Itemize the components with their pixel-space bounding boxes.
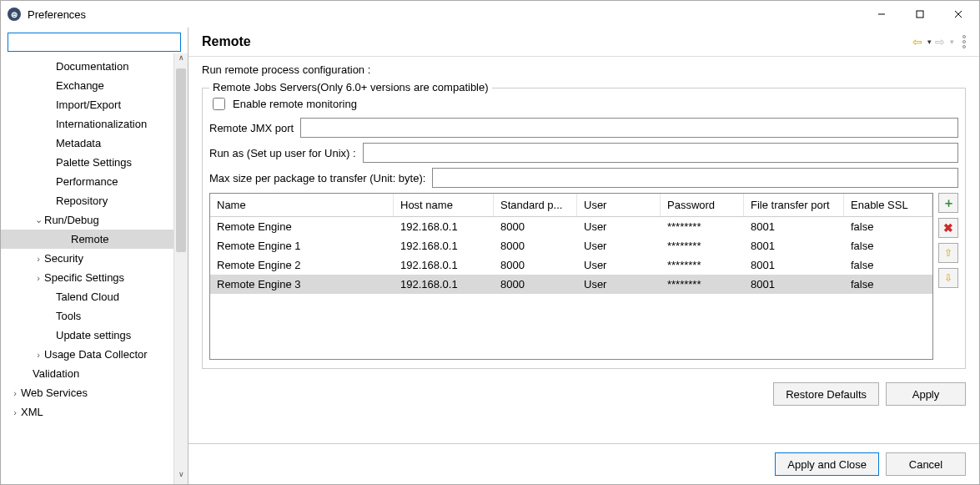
table-cell: ********: [661, 236, 744, 255]
table-cell: Remote Engine 1: [210, 236, 394, 255]
table-cell: ********: [661, 255, 744, 275]
delete-row-button[interactable]: ✖: [938, 218, 958, 238]
table-cell: Remote Engine 2: [210, 255, 394, 275]
table-cell: User: [577, 217, 661, 236]
column-header[interactable]: Name: [210, 194, 394, 216]
tree-item[interactable]: Repository: [1, 191, 173, 210]
tree-item-label: Usage Data Collector: [44, 348, 148, 361]
apply-button[interactable]: Apply: [886, 382, 966, 406]
table-cell: 8001: [744, 255, 844, 275]
table-row[interactable]: Remote Engine 2192.168.0.18000User******…: [210, 255, 932, 275]
table-cell: 8000: [494, 217, 577, 236]
svg-rect-1: [917, 11, 923, 18]
servers-table[interactable]: NameHost nameStandard p...UserPasswordFi…: [209, 193, 933, 360]
runas-input[interactable]: [363, 143, 958, 163]
page-title: Remote: [202, 34, 912, 49]
maxsize-input[interactable]: [432, 168, 958, 188]
apply-and-close-button[interactable]: Apply and Close: [775, 452, 879, 476]
tree-item-label: Update settings: [56, 329, 131, 341]
tree-item[interactable]: Talend Cloud: [1, 287, 173, 306]
column-header[interactable]: Enable SSL: [844, 194, 932, 216]
minimize-button[interactable]: [862, 2, 901, 27]
tree-item[interactable]: ›Specific Settings: [1, 268, 173, 287]
tree-item-label: Remote: [71, 233, 109, 245]
config-section-label: Run remote process configuration :: [202, 63, 966, 76]
chevron-right-icon[interactable]: ›: [33, 350, 44, 360]
enable-monitoring-checkbox[interactable]: [213, 98, 225, 110]
column-header[interactable]: Host name: [394, 194, 494, 216]
table-cell: ********: [661, 217, 744, 236]
table-cell: User: [577, 255, 661, 275]
tree-item[interactable]: Performance: [1, 172, 173, 191]
tree-item[interactable]: Exchange: [1, 76, 173, 95]
table-cell: 192.168.0.1: [394, 255, 494, 275]
nav-back-menu-icon[interactable]: ▾: [927, 38, 932, 46]
tree-item[interactable]: Internationalization: [1, 114, 173, 134]
chevron-right-icon[interactable]: ›: [9, 388, 21, 398]
tree-item[interactable]: Tools: [1, 306, 173, 326]
table-cell: 8001: [744, 217, 844, 236]
maximize-button[interactable]: [901, 2, 939, 27]
column-header[interactable]: Password: [661, 194, 744, 216]
table-cell: 192.168.0.1: [394, 275, 494, 294]
tree-item-label: Validation: [33, 367, 79, 380]
cancel-button[interactable]: Cancel: [886, 452, 966, 476]
tree-item[interactable]: Import/Export: [1, 95, 173, 114]
column-header[interactable]: File transfer port: [744, 194, 844, 216]
table-cell: 8000: [494, 275, 577, 294]
tree-item[interactable]: ›Security: [1, 249, 173, 268]
table-cell: 192.168.0.1: [394, 217, 494, 236]
tree-item[interactable]: Validation: [1, 364, 173, 383]
table-cell: false: [844, 217, 932, 236]
scroll-down-icon[interactable]: ∨: [174, 470, 188, 484]
table-cell: 8001: [744, 275, 844, 294]
move-down-button[interactable]: ⇩: [938, 268, 958, 288]
close-button[interactable]: [939, 2, 977, 27]
tree-item-label: Palette Settings: [56, 156, 132, 169]
column-header[interactable]: Standard p...: [494, 194, 577, 216]
view-menu-icon[interactable]: [962, 35, 966, 48]
add-row-button[interactable]: ＋: [938, 193, 958, 213]
tree-item[interactable]: Metadata: [1, 134, 173, 153]
chevron-down-icon[interactable]: ⌄: [33, 215, 44, 225]
table-row[interactable]: Remote Engine 1192.168.0.18000User******…: [210, 236, 932, 255]
tree-item[interactable]: ›Usage Data Collector: [1, 345, 173, 364]
table-cell: Remote Engine: [210, 217, 394, 236]
tree-item-label: XML: [21, 406, 43, 418]
tree-item[interactable]: Palette Settings: [1, 153, 173, 172]
column-header[interactable]: User: [577, 194, 661, 216]
nav-forward-menu-icon: ▾: [950, 38, 954, 46]
restore-defaults-button[interactable]: Restore Defaults: [773, 382, 879, 406]
tree-item[interactable]: Update settings: [1, 326, 173, 345]
tree-item-label: Performance: [56, 175, 118, 188]
nav-tree[interactable]: DocumentationExchangeImport/ExportIntern…: [1, 53, 173, 484]
titlebar: ⊜ Preferences: [1, 1, 979, 28]
tree-scrollbar[interactable]: ∧ ∨: [173, 53, 188, 484]
tree-item-label: Specific Settings: [44, 271, 124, 284]
chevron-right-icon[interactable]: ›: [9, 407, 21, 417]
chevron-right-icon[interactable]: ›: [33, 254, 44, 264]
tree-item-label: Exchange: [56, 79, 104, 92]
chevron-right-icon[interactable]: ›: [33, 273, 44, 283]
window-title: Preferences: [28, 8, 86, 21]
filter-input[interactable]: [8, 33, 181, 52]
move-up-button[interactable]: ⇧: [938, 243, 958, 263]
remote-servers-group: Remote Jobs Servers(Only 6.0+ versions a…: [202, 88, 966, 369]
tree-item[interactable]: ⌄Run/Debug: [1, 210, 173, 230]
tree-item-label: Metadata: [56, 137, 101, 149]
scroll-up-icon[interactable]: ∧: [174, 53, 188, 68]
nav-back-icon[interactable]: ⇦: [912, 35, 922, 48]
tree-item-label: Import/Export: [56, 99, 121, 111]
table-cell: false: [844, 255, 932, 275]
tree-item[interactable]: Remote: [1, 230, 173, 249]
tree-item-label: Tools: [56, 310, 81, 322]
table-row[interactable]: Remote Engine 3192.168.0.18000User******…: [210, 275, 932, 294]
table-cell: User: [577, 275, 661, 294]
tree-item[interactable]: ›XML: [1, 402, 173, 422]
table-row[interactable]: Remote Engine192.168.0.18000User********…: [210, 217, 932, 236]
scroll-thumb[interactable]: [176, 68, 186, 252]
tree-item[interactable]: Documentation: [1, 57, 173, 76]
tree-item[interactable]: ›Web Services: [1, 383, 173, 402]
jmx-port-input[interactable]: [300, 118, 958, 138]
tree-item-label: Repository: [56, 195, 108, 207]
